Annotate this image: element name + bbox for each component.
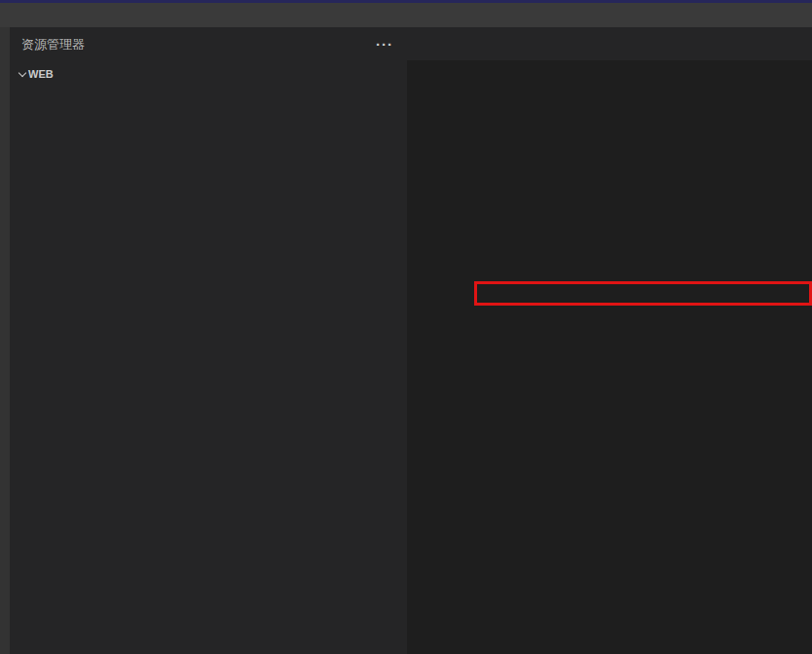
explorer-title: 资源管理器 [21, 36, 85, 54]
section-header-web[interactable]: WEB [10, 61, 407, 87]
more-actions-icon[interactable]: ··· [376, 36, 393, 53]
chevron-down-icon [14, 73, 28, 76]
explorer-sidebar: 资源管理器 ··· WEB [10, 27, 407, 654]
breadcrumb [407, 60, 812, 86]
activity-bar [0, 27, 10, 654]
title-bar [0, 0, 812, 27]
tab-bar [407, 27, 812, 60]
workbench: 资源管理器 ··· WEB [0, 27, 812, 654]
red-annotation-box [474, 281, 812, 306]
editor-group [407, 27, 812, 654]
section-label: WEB [28, 68, 54, 80]
